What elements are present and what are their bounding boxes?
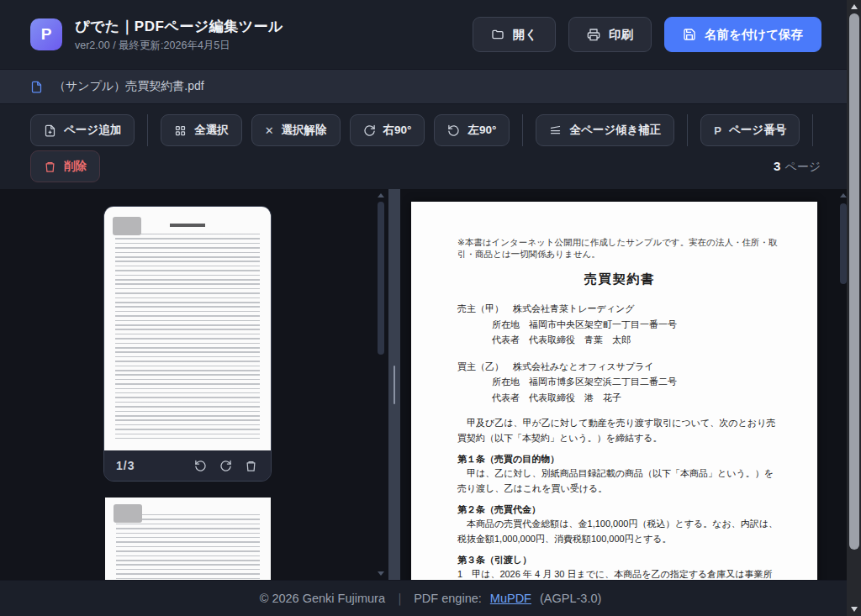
deselect-label: 選択解除 [282,123,327,138]
page-number-button[interactable]: P ページ番号 [700,114,800,146]
scroll-down-icon[interactable] [378,571,384,576]
close-icon: ✕ [265,124,274,137]
app-header: P ぴでた｜PDFページ編集ツール ver2.00 / 最終更新:2026年4月… [0,0,861,69]
deselect-button[interactable]: ✕ 選択解除 [251,114,341,146]
grid-icon [174,124,187,137]
thumbnail-scrollbar-thumb[interactable] [378,202,384,355]
open-file-button[interactable]: 開く [473,17,556,52]
thumbnail-panel-scrollbar[interactable] [375,192,387,577]
thumbnail-title-line [170,224,205,227]
deskew-all-button[interactable]: 全ページ傾き補正 [536,114,674,146]
rotate-left-button[interactable]: 左90° [434,114,510,146]
window-scrollbar-thumb[interactable] [849,13,859,550]
add-page-button[interactable]: ページ追加 [30,114,135,146]
file-bar: （サンプル）売買契約書.pdf [0,69,861,104]
rotate-right-label: 右90° [383,123,412,138]
toolbar-divider [687,114,688,146]
contract-line: 所在地 福岡市中央区架空町一丁目一番一号 [457,317,782,333]
copyright-text: © 2026 Genki Fujimura [260,592,385,605]
page-count: 3ページ [774,159,821,175]
deskew-all-label: 全ページ傾き補正 [569,123,661,138]
panel-resizer[interactable] [388,189,400,580]
thumb-rotate-ccw-button[interactable] [193,458,209,474]
deskew-icon [549,124,562,137]
app-logo: P [30,18,62,50]
engine-license: (AGPL-3.0) [540,592,601,605]
page-1-thumbnail-card[interactable]: 1/3 [103,206,272,482]
toolbar-row-1: ページ追加 全選択 ✕ 選択解除 右90° [30,114,836,146]
scroll-up-icon[interactable] [840,193,847,197]
contract-heading: 第３条（引渡し） [457,552,782,567]
thumbnail-panel: 1/3 [0,189,388,580]
save-as-button[interactable]: 名前を付けて保存 [664,17,821,52]
pdf-editor-app: P ぴでた｜PDFページ編集ツール ver2.00 / 最終更新:2026年4月… [0,0,861,616]
rotate-ccw-icon [447,124,460,137]
toolbar-row-2: 削除 3ページ [30,150,836,182]
page-number-icon: P [714,124,721,137]
stamp-redaction-box [113,217,141,235]
folder-icon [491,28,504,41]
contract-line: 買主（乙） 株式会社みなとオフィスサプライ [457,359,782,375]
resizer-grip-icon [394,366,395,404]
stamp-redaction-box [114,504,142,523]
contract-heading: 第２条（売買代金） [457,502,782,517]
title-block: ぴでた｜PDFページ編集ツール ver2.00 / 最終更新:2026年4月5日 [75,17,473,53]
contract-heading: 第１条（売買の目的物） [457,451,782,466]
contract-line: 売主（甲） 株式会社青菜トレーディング [457,301,782,317]
contract-line: ※本書はインターネット公開用に作成したサンプルです。実在の法人・住所・取引・商品… [457,237,782,261]
contract-line: 代表者 代表取締役 港 花子 [457,390,782,406]
file-plus-icon [44,124,56,137]
thumbnail-text-lines [115,234,260,439]
contract-line: 本商品の売買代金総額は、金1,100,000円（税込）とする。なお、内訳は、税抜… [457,517,782,546]
printer-icon [587,28,600,41]
thumb-rotate-cw-button[interactable] [218,458,234,474]
thumbnail-tools [193,458,259,474]
contract-line: 代表者 代表取締役 青葉 太郎 [457,332,782,348]
contract-line: 所在地 福岡市博多区架空浜二丁目二番二号 [457,374,782,390]
rotate-left-label: 左90° [467,123,496,138]
print-label: 印刷 [609,27,633,43]
rotate-right-button[interactable]: 右90° [350,114,425,146]
page-1-thumbnail[interactable] [104,207,271,450]
header-actions: 開く 印刷 名前を付けて保存 [473,17,821,52]
document-icon [30,81,43,93]
pdf-preview-page: ※本書はインターネット公開用に作成したサンプルです。実在の法人・住所・取引・商品… [411,202,817,580]
save-icon [683,28,696,41]
delete-page-label: 削除 [64,159,87,174]
app-footer: © 2026 Genki Fujimura ｜ PDF engine: MuPD… [0,580,861,616]
preview-panel: ※本書はインターネット公開用に作成したサンプルです。実在の法人・住所・取引・商品… [400,189,861,580]
print-button[interactable]: 印刷 [568,17,652,52]
toolbar-divider [147,114,148,146]
page-number-label: ページ番号 [729,123,786,138]
toolbar-divider [522,114,523,146]
main-area: 1/3 [0,189,861,580]
page-count-unit: ページ [784,160,821,173]
trash-icon [44,161,56,173]
thumb-delete-button[interactable] [243,458,259,474]
scroll-up-icon[interactable] [378,193,384,197]
thumbnail-text-lines [116,514,260,580]
toolbar-divider [812,114,813,146]
footer-separator: ｜ [394,591,405,607]
mupdf-link[interactable]: MuPDF [490,592,531,605]
current-filename: （サンプル）売買契約書.pdf [54,79,204,94]
page-index-label: 1/3 [116,459,135,472]
scroll-down-icon[interactable] [851,607,858,612]
scroll-up-icon[interactable] [851,4,858,9]
page-1-thumbnail-footer: 1/3 [104,450,271,481]
toolbar: ページ追加 全選択 ✕ 選択解除 右90° [0,104,861,189]
add-page-label: ページ追加 [64,123,121,138]
save-as-label: 名前を付けて保存 [705,27,803,43]
rotate-cw-icon [363,124,376,137]
delete-page-button[interactable]: 削除 [30,150,100,182]
select-all-label: 全選択 [194,123,229,138]
contract-title: 売買契約書 [457,271,782,287]
window-scrollbar[interactable] [847,0,861,616]
select-all-button[interactable]: 全選択 [161,114,242,146]
open-file-label: 開く [513,27,537,43]
page-2-thumbnail[interactable] [105,498,271,580]
page-count-value: 3 [774,159,780,173]
app-version: ver2.00 / 最終更新:2026年4月5日 [75,39,473,53]
contract-line: 甲は、乙に対し、別紙商品目録記載の商品（以下「本商品」という。）を売り渡し、乙は… [457,466,782,496]
preview-scrollbar-thumb[interactable] [840,203,847,284]
